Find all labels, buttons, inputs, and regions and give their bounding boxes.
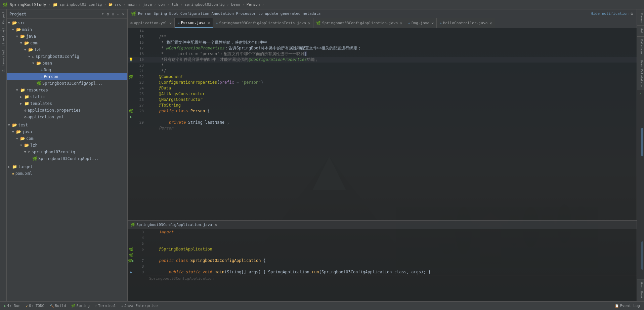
tab-dog[interactable]: ☕ Dog.java ✕ bbox=[405, 18, 437, 28]
code-line-21: 21 */ bbox=[128, 68, 637, 74]
tab-person-icon: ☕ bbox=[177, 21, 180, 25]
bottom-tab-terminal[interactable]: ⚡ Terminal bbox=[92, 302, 119, 310]
tree-item-person[interactable]: ☕ Person bbox=[7, 73, 127, 80]
tree-item-test[interactable]: ▼ 📂 test bbox=[7, 122, 127, 128]
notification-bar: 🌿 Re-run Spring Boot Configuration Annot… bbox=[128, 9, 637, 18]
tab-springapp-icon: 🌿 bbox=[316, 21, 321, 25]
tab-dog-close[interactable]: ✕ bbox=[431, 21, 434, 26]
code-area-top[interactable]: 14 15 /** bbox=[128, 28, 637, 220]
tab-yml-icon: ⚙ bbox=[130, 21, 133, 25]
project-layout-icon[interactable]: ⊞ bbox=[112, 12, 114, 16]
spring-tab-icon: 🌿 bbox=[71, 304, 75, 308]
event-log-btn[interactable]: 📋 Event Log bbox=[612, 304, 643, 308]
project-gear-icon[interactable]: ⚙ bbox=[106, 12, 109, 16]
tab-application-yml[interactable]: ⚙ application.yml ✕ bbox=[128, 18, 175, 28]
tab-person-close[interactable]: ✕ bbox=[208, 21, 210, 25]
tree-item-test-springboot03config[interactable]: ▼ ◻ springboot03config bbox=[7, 149, 127, 155]
tree-item-application-props[interactable]: ⚙ application.properties bbox=[7, 107, 127, 114]
project-close-icon[interactable]: ✕ bbox=[122, 11, 125, 16]
tree-item-target[interactable]: ▶ 📁 target bbox=[7, 163, 127, 170]
tab-hello[interactable]: ☕ HelloController.java ✕ bbox=[437, 18, 495, 28]
tab-yml-close[interactable]: ✕ bbox=[169, 21, 172, 26]
code-area-bottom[interactable]: 3 import ... 4 bbox=[128, 229, 637, 301]
event-log-icon: 📋 bbox=[615, 304, 619, 308]
tab-springapp[interactable]: 🌿 Springboot03ConfigApplication.java ✕ bbox=[313, 18, 405, 28]
tree-item-springboot03config[interactable]: ▼ ◻ springboot03config bbox=[7, 53, 127, 60]
bottom-tab-run[interactable]: ▶ 4: Run bbox=[1, 302, 23, 310]
right-tool-ant[interactable]: Ant bbox=[637, 26, 644, 37]
project-tree-scroll[interactable]: ▼ 📂 src ▼ 📂 main ▼ 📂 java bbox=[7, 20, 127, 301]
tab-tests-close[interactable]: ✕ bbox=[308, 21, 310, 26]
tab-tests[interactable]: ☕ Springboot03ConfigApplicationTests.jav… bbox=[213, 18, 313, 28]
spring-test-icon: 🌿 bbox=[32, 156, 37, 161]
folder-bean-icon: 📂 bbox=[36, 61, 41, 66]
right-tool-maven[interactable]: Maven bbox=[637, 11, 644, 26]
tree-item-application-yml[interactable]: ⚙ application.yml bbox=[7, 114, 127, 120]
bottom-footer-row: Springboot03ConfigApplication bbox=[128, 275, 637, 282]
code-line-16: 16 * 将配置文件中配置的每一个属性的值，映射到这个组件中 bbox=[128, 40, 637, 45]
tree-item-templates[interactable]: ▶ 📁 templates bbox=[7, 100, 127, 107]
bottom-tab-java-enterprise[interactable]: ☕ Java Enterprise bbox=[119, 302, 160, 310]
tree-item-springboot03configapp[interactable]: 🌿 Springboot03ConfigAppl... bbox=[7, 80, 127, 87]
tree-item-bean[interactable]: ▼ 📂 bean bbox=[7, 60, 127, 67]
sidebar-icon-structure[interactable]: Z: Structure bbox=[0, 31, 7, 51]
spring-app-icon: 🌿 bbox=[36, 81, 41, 86]
notification-hide-btn[interactable]: Hide notification bbox=[591, 11, 629, 16]
bottom-tab-close[interactable]: ✕ bbox=[215, 223, 217, 227]
code-line-14: 14 bbox=[128, 28, 637, 34]
bottom-tab-label: Springboot03ConfigApplication.java bbox=[136, 223, 212, 227]
code-line-19: 💡 19 *只有这个组件是容器中的组件，才能容器提供的@Configuratio… bbox=[128, 57, 637, 63]
tree-item-resources[interactable]: ▼ 📁 resources bbox=[7, 87, 127, 93]
bottom-code-line-3: 3 import ... bbox=[128, 229, 637, 235]
tree-item-src[interactable]: ▼ 📂 src bbox=[7, 20, 127, 26]
notification-icon: 🌿 bbox=[131, 11, 136, 16]
tree-item-dog[interactable]: ☕ Dog bbox=[7, 67, 127, 73]
title-bar: 🌿 SpringBootStudy › 📁 springboot03-confi… bbox=[0, 0, 644, 9]
tree-item-pom-xml[interactable]: ✱ pom.xml bbox=[7, 170, 127, 177]
tree-item-static[interactable]: ▶ 📁 static bbox=[7, 93, 127, 100]
tree-item-test-com[interactable]: ▼ 📂 com bbox=[7, 135, 127, 142]
right-toolbar: Maven Ant Database Bean Validation ✓ Wor… bbox=[637, 9, 644, 301]
folder-com-icon: 📂 bbox=[24, 41, 29, 45]
breadcrumb-2: springboot03-config bbox=[60, 2, 102, 7]
build-icon: 🔨 bbox=[50, 304, 54, 308]
tab-person-java[interactable]: ☕ Person.java ✕ bbox=[175, 18, 213, 28]
tree-item-test-springapp[interactable]: 🌿 Springboot03ConfigAppl... bbox=[7, 155, 127, 162]
tab-dog-icon: ☕ bbox=[408, 21, 410, 25]
project-more-icon[interactable]: ⋯ bbox=[117, 12, 119, 16]
app-title: SpringBootStudy bbox=[10, 2, 46, 7]
code-line-20: 20 * bbox=[128, 63, 637, 68]
code-line-28: 🌿▶ 28 public class Person { bbox=[128, 108, 637, 120]
right-tool-wordbook[interactable]: Word Book bbox=[637, 279, 644, 301]
tree-item-com[interactable]: ▼ 📂 com bbox=[7, 40, 127, 46]
tree-item-test-java[interactable]: ▼ 📂 java bbox=[7, 128, 127, 135]
bottom-code-line-9: ▶ 9 public static void main(String[] arg… bbox=[128, 269, 637, 275]
bottom-tab-build[interactable]: 🔨 Build bbox=[47, 302, 69, 310]
tab-person-label: Person.java bbox=[181, 21, 206, 25]
project-tree: ▼ 📂 src ▼ 📂 main ▼ 📂 java bbox=[7, 19, 127, 301]
right-tool-database[interactable]: Database bbox=[637, 37, 644, 57]
project-panel: Project ▾ ⚙ ⊞ ⋯ ✕ ▼ 📂 src bbox=[7, 9, 128, 301]
bottom-tab-spring[interactable]: 🌿 Spring bbox=[69, 302, 92, 310]
tree-item-test-lzh[interactable]: ▼ 📂 lzh bbox=[7, 142, 127, 149]
folder-test-icon: 📂 bbox=[12, 123, 17, 127]
bottom-tab-todo[interactable]: ✓ 6: TODO bbox=[23, 302, 47, 310]
sidebar-icon-favorites[interactable]: 2: Favorites bbox=[0, 51, 7, 71]
tab-hello-close[interactable]: ✕ bbox=[489, 21, 492, 26]
tab-springapp-close[interactable]: ✕ bbox=[400, 21, 402, 26]
yml-icon: ⚙ bbox=[24, 115, 27, 119]
tree-item-lzh[interactable]: ▼ 📂 lzh bbox=[7, 46, 127, 53]
project-dropdown-btn[interactable]: ▾ bbox=[102, 12, 104, 16]
tree-item-java[interactable]: ▼ 📂 java bbox=[7, 33, 127, 40]
tab-tests-icon: ☕ bbox=[216, 21, 218, 25]
sidebar-icon-project[interactable]: 1: Project bbox=[0, 11, 7, 31]
right-tool-beanvalidation[interactable]: Bean Validation bbox=[637, 57, 644, 90]
editor-top: 14 15 /** bbox=[128, 28, 637, 221]
notification-gear-icon[interactable]: ⚙ bbox=[631, 11, 633, 16]
class-dog-icon: ☕ bbox=[40, 68, 43, 72]
tabs-bar: ⚙ application.yml ✕ ☕ Person.java ✕ ☕ Sp… bbox=[128, 18, 637, 28]
code-line-15: 15 /** bbox=[128, 34, 637, 40]
project-panel-title: Project bbox=[9, 12, 99, 16]
app-icon: 🌿 bbox=[3, 2, 8, 7]
tree-item-main[interactable]: ▼ 📂 main bbox=[7, 26, 127, 33]
